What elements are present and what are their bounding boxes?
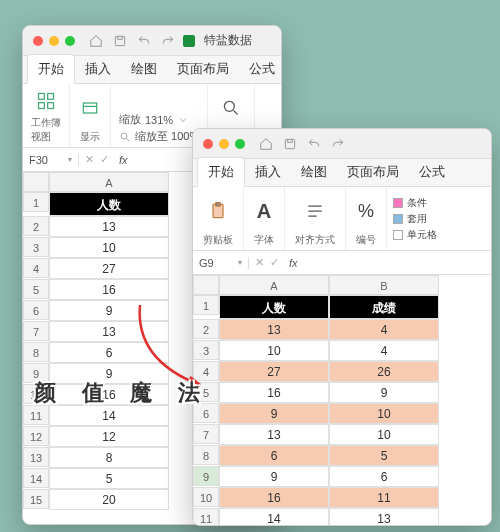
group-show[interactable]: 显示: [70, 84, 111, 147]
data-cell[interactable]: 16: [49, 279, 169, 300]
conditional-format-button[interactable]: 条件: [393, 196, 437, 210]
row-header[interactable]: 13: [23, 447, 49, 467]
row-header[interactable]: 11: [193, 508, 219, 525]
tab-layout[interactable]: 页面布局: [337, 158, 409, 186]
redo-icon[interactable]: [159, 32, 177, 50]
row-header[interactable]: 2: [193, 319, 219, 339]
data-cell[interactable]: 9: [219, 466, 329, 487]
home-icon[interactable]: [87, 32, 105, 50]
cancel-icon[interactable]: ✕: [255, 256, 264, 269]
table-header-cell[interactable]: 人数: [49, 192, 169, 216]
data-cell[interactable]: 13: [219, 319, 329, 340]
data-cell[interactable]: 13: [219, 424, 329, 445]
data-cell[interactable]: 5: [49, 468, 169, 489]
row-header[interactable]: 8: [193, 445, 219, 465]
tab-home[interactable]: 开始: [27, 54, 75, 84]
maximize-icon[interactable]: [235, 139, 245, 149]
tab-draw[interactable]: 绘图: [121, 55, 167, 83]
group-number[interactable]: % 编号: [346, 187, 387, 250]
data-cell[interactable]: 6: [219, 445, 329, 466]
row-header[interactable]: 8: [23, 342, 49, 362]
cancel-icon[interactable]: ✕: [85, 153, 94, 166]
select-all-corner[interactable]: [23, 172, 49, 192]
data-cell[interactable]: 27: [219, 361, 329, 382]
traffic-lights[interactable]: [33, 36, 75, 46]
row-header[interactable]: 4: [193, 361, 219, 381]
data-cell[interactable]: 27: [49, 258, 169, 279]
data-cell[interactable]: 20: [49, 489, 169, 510]
maximize-icon[interactable]: [65, 36, 75, 46]
data-cell[interactable]: 14: [49, 405, 169, 426]
group-align[interactable]: 对齐方式: [285, 187, 346, 250]
table-header-cell[interactable]: 人数: [219, 295, 329, 319]
data-cell[interactable]: 6: [329, 466, 439, 487]
col-header[interactable]: B: [329, 275, 439, 295]
row-header[interactable]: 15: [23, 489, 49, 509]
data-cell[interactable]: 10: [219, 340, 329, 361]
tab-draw[interactable]: 绘图: [291, 158, 337, 186]
row-header[interactable]: 9: [193, 466, 219, 486]
row-header[interactable]: 1: [23, 192, 49, 212]
tab-home[interactable]: 开始: [197, 157, 245, 187]
data-cell[interactable]: 13: [49, 321, 169, 342]
group-font[interactable]: A 字体: [244, 187, 285, 250]
row-header[interactable]: 5: [193, 382, 219, 402]
name-box[interactable]: G9▾: [193, 257, 249, 269]
fx-label[interactable]: fx: [289, 257, 298, 269]
data-cell[interactable]: 9: [49, 363, 169, 384]
fx-label[interactable]: fx: [119, 154, 128, 166]
row-header[interactable]: 3: [23, 237, 49, 257]
data-cell[interactable]: 4: [329, 319, 439, 340]
data-cell[interactable]: 14: [219, 508, 329, 525]
data-cell[interactable]: 16: [219, 487, 329, 508]
zoom-100-button[interactable]: 缩放至 100%: [119, 129, 199, 144]
row-header[interactable]: 2: [23, 216, 49, 236]
close-icon[interactable]: [203, 139, 213, 149]
home-icon[interactable]: [257, 135, 275, 153]
data-cell[interactable]: 13: [329, 508, 439, 525]
undo-icon[interactable]: [305, 135, 323, 153]
data-cell[interactable]: 4: [329, 340, 439, 361]
tab-insert[interactable]: 插入: [245, 158, 291, 186]
data-cell[interactable]: 13: [49, 216, 169, 237]
minimize-icon[interactable]: [219, 139, 229, 149]
save-icon[interactable]: [281, 135, 299, 153]
row-header[interactable]: 3: [193, 340, 219, 360]
data-cell[interactable]: 9: [49, 300, 169, 321]
row-header[interactable]: 9: [23, 363, 49, 383]
row-header[interactable]: 1: [193, 295, 219, 315]
select-all-corner[interactable]: [193, 275, 219, 295]
tab-insert[interactable]: 插入: [75, 55, 121, 83]
tab-formula[interactable]: 公式: [239, 55, 282, 83]
row-header[interactable]: 10: [193, 487, 219, 507]
undo-icon[interactable]: [135, 32, 153, 50]
group-workbook-view[interactable]: 工作簿 视图: [23, 84, 70, 147]
data-cell[interactable]: 16: [49, 384, 169, 405]
tab-formula[interactable]: 公式: [409, 158, 455, 186]
data-cell[interactable]: 10: [329, 424, 439, 445]
row-header[interactable]: 7: [23, 321, 49, 341]
row-header[interactable]: 6: [23, 300, 49, 320]
confirm-icon[interactable]: ✓: [270, 256, 279, 269]
data-cell[interactable]: 10: [329, 403, 439, 424]
row-header[interactable]: 4: [23, 258, 49, 278]
close-icon[interactable]: [33, 36, 43, 46]
confirm-icon[interactable]: ✓: [100, 153, 109, 166]
row-header[interactable]: 10: [23, 384, 49, 404]
row-header[interactable]: 11: [23, 405, 49, 425]
data-cell[interactable]: 6: [49, 342, 169, 363]
tab-layout[interactable]: 页面布局: [167, 55, 239, 83]
table-header-cell[interactable]: 成绩: [329, 295, 439, 319]
row-header[interactable]: 7: [193, 424, 219, 444]
zoom-control[interactable]: 缩放 131%: [119, 112, 189, 127]
data-cell[interactable]: 12: [49, 426, 169, 447]
group-clipboard[interactable]: 剪贴板: [193, 187, 244, 250]
data-cell[interactable]: 8: [49, 447, 169, 468]
cell-style-button[interactable]: 单元格: [393, 228, 437, 242]
data-cell[interactable]: 9: [219, 403, 329, 424]
data-cell[interactable]: 5: [329, 445, 439, 466]
minimize-icon[interactable]: [49, 36, 59, 46]
save-icon[interactable]: [111, 32, 129, 50]
data-cell[interactable]: 26: [329, 361, 439, 382]
col-header[interactable]: A: [49, 172, 169, 192]
